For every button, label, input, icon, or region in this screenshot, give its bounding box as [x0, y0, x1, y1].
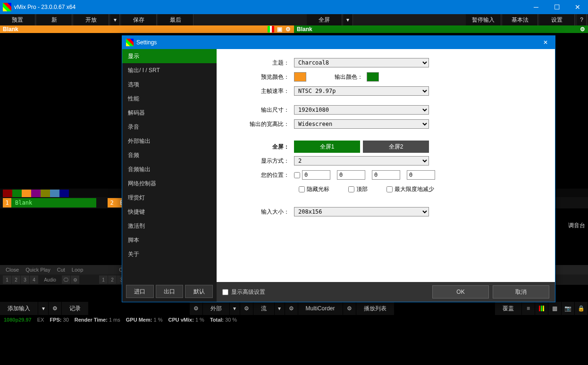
fullscreen1-tab[interactable]: 全屏1 [294, 141, 360, 153]
pos-x[interactable] [302, 170, 330, 180]
sidebar-item-tally[interactable]: 理货灯 [122, 191, 217, 205]
gear-icon[interactable]: ⚙ [71, 275, 79, 284]
gear-icon[interactable]: ⚙ [240, 302, 253, 315]
ov-4[interactable]: 4 [30, 275, 38, 284]
gear-icon[interactable]: ⚙ [580, 26, 585, 33]
maximize-button[interactable]: ☐ [546, 0, 567, 14]
top-checkbox[interactable]: 顶部 [348, 185, 368, 193]
show-advanced-checkbox[interactable]: 显示高级设置 [222, 288, 265, 296]
ov-1b[interactable]: 1 [99, 275, 108, 284]
gear-icon[interactable]: ⚙ [285, 302, 298, 315]
sidebar-item-recording[interactable]: 录音 [122, 120, 217, 134]
list-icon[interactable]: ≡ [522, 302, 535, 315]
save-button[interactable]: 保存 [121, 14, 157, 25]
pos-h[interactable] [407, 170, 435, 180]
color-swatch[interactable] [22, 190, 31, 197]
modal-close-button[interactable]: ✕ [536, 36, 555, 49]
hidecursor-checkbox[interactable]: 隐藏光标 [299, 185, 329, 193]
aspect-select[interactable]: Widescreen [294, 119, 429, 129]
add-input-button[interactable]: 添加输入 [0, 302, 38, 315]
framerate-select[interactable]: NTSC 29.97p [294, 86, 429, 96]
color-swatch[interactable] [3, 190, 12, 197]
sidebar-item-extoutput[interactable]: 外部输出 [122, 134, 217, 148]
outsize-select[interactable]: 1920x1080 [294, 105, 429, 115]
help-button[interactable]: ? [577, 14, 587, 25]
sidebar-item-activators[interactable]: 激活剂 [122, 219, 217, 233]
pos-y[interactable] [337, 170, 365, 180]
close-button[interactable]: ✕ [567, 0, 588, 14]
fullscreen2-tab[interactable]: 全屏2 [363, 141, 429, 153]
color-swatch[interactable] [12, 190, 22, 197]
open-dropdown[interactable]: ▾ [110, 14, 120, 25]
fullscreen-dropdown[interactable]: ▾ [344, 14, 353, 25]
sidebar-item-about[interactable]: 关于 [122, 247, 217, 261]
input-1[interactable]: 1 Blank [3, 198, 96, 207]
add-input-dropdown[interactable]: ▾ [38, 302, 49, 315]
gear-icon[interactable]: ⚙ [49, 302, 62, 315]
ok-button[interactable]: OK [432, 285, 489, 299]
cancel-button[interactable]: 取消 [493, 285, 549, 299]
color-swatch[interactable] [41, 190, 50, 197]
color-swatch[interactable] [31, 190, 41, 197]
overlay-button[interactable]: 覆盖 [495, 302, 522, 315]
inputsize-select[interactable]: 208x156 [294, 207, 429, 216]
export-button[interactable]: 出口 [156, 285, 184, 298]
color-swatch[interactable] [50, 190, 59, 197]
grid-icon[interactable]: ▦ [548, 302, 562, 315]
playlist-button[interactable]: 播放列表 [356, 302, 395, 315]
ov-2[interactable]: 2 [12, 275, 20, 284]
theme-select[interactable]: Charcoal8 [294, 58, 429, 67]
gear-icon[interactable]: ⚙ [343, 302, 356, 315]
pause-button[interactable]: 暂停输入 [466, 14, 501, 25]
cut-btn[interactable]: Cut [54, 267, 68, 273]
sidebar-item-decoder[interactable]: 解码器 [122, 106, 217, 120]
loop-btn[interactable]: Loop [69, 267, 86, 273]
sidebar-item-audioout[interactable]: 音频输出 [122, 162, 217, 176]
audio-btn[interactable]: Audio [39, 275, 61, 284]
minimize-button[interactable]: ─ [526, 0, 546, 14]
color-swatch[interactable] [59, 190, 69, 197]
pos-w[interactable] [372, 170, 400, 180]
ov-2b[interactable]: 2 [108, 275, 117, 284]
default-button[interactable]: 默认 [185, 285, 213, 298]
last-button[interactable]: 最后 [158, 14, 193, 25]
ov-3[interactable]: 3 [21, 275, 29, 284]
external-button[interactable]: 外部 [203, 302, 230, 315]
minimize-checkbox[interactable]: 最大限度地减少 [386, 185, 434, 193]
basic-button[interactable]: 基本法 [503, 14, 538, 25]
multicorder-button[interactable]: MultiCorder [298, 302, 343, 315]
gear-icon[interactable]: ⚙ [285, 26, 291, 33]
sidebar-item-performance[interactable]: 性能 [122, 91, 217, 106]
output-color-swatch[interactable] [367, 72, 379, 82]
settings-button[interactable]: 设置 [539, 14, 575, 25]
sidebar-item-shortcuts[interactable]: 快捷键 [122, 205, 217, 219]
display-select[interactable]: 2 [294, 156, 429, 166]
preset-button[interactable]: 预置 [0, 14, 35, 25]
grid-icon[interactable]: ▣ [276, 26, 283, 33]
sidebar-item-options[interactable]: 选项 [122, 77, 217, 91]
external-dropdown[interactable]: ▾ [230, 302, 240, 315]
flag-icon[interactable] [268, 26, 274, 33]
sidebar-item-display[interactable]: 显示 [122, 49, 217, 63]
fullscreen-button[interactable]: 全屏 [307, 14, 342, 25]
lock-icon[interactable]: 🔒 [575, 302, 588, 315]
audio-mixer-button[interactable]: 调音台 [568, 222, 585, 230]
close-btn[interactable]: Close [3, 267, 22, 273]
preview-color-swatch[interactable] [294, 72, 306, 82]
gear-icon[interactable]: ⚙ [190, 302, 203, 315]
sidebar-item-scripting[interactable]: 脚本 [122, 233, 217, 247]
new-button[interactable]: 新 [37, 14, 72, 25]
meter-icon[interactable] [535, 302, 548, 315]
sidebar-item-audio[interactable]: 音频 [122, 148, 217, 162]
record-button[interactable]: 记录 [62, 302, 89, 315]
sidebar-item-webctrl[interactable]: 网络控制器 [122, 176, 217, 191]
open-button[interactable]: 开放 [74, 14, 109, 25]
camera-icon[interactable]: 📷 [562, 302, 575, 315]
monitor-icon[interactable]: 🖵 [62, 275, 70, 284]
position-enable-checkbox[interactable] [294, 172, 300, 178]
stream-dropdown[interactable]: ▾ [275, 302, 285, 315]
stream-button[interactable]: 流 [253, 302, 275, 315]
import-button[interactable]: 进口 [126, 285, 154, 298]
ov-1[interactable]: 1 [3, 275, 11, 284]
quickplay-btn[interactable]: Quick Play [23, 267, 53, 273]
